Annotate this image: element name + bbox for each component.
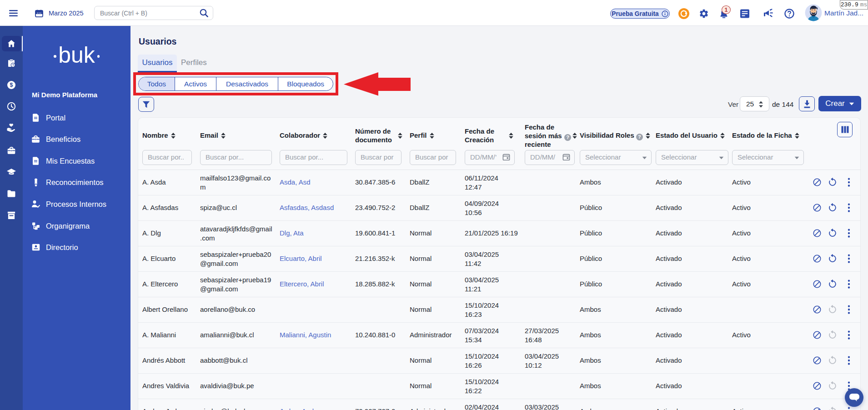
svg-text:$: $: [10, 82, 13, 88]
